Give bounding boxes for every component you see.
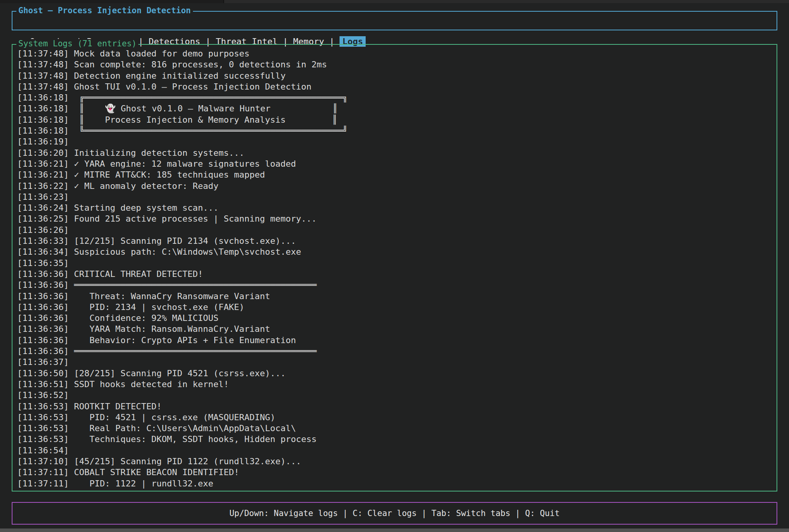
log-line[interactable]: [11:36:36] CRITICAL THREAT DETECTED! xyxy=(17,269,777,280)
log-line[interactable]: [11:36:53] ROOTKIT DETECTED! xyxy=(17,401,777,412)
terminal-chrome-strip-segment xyxy=(0,0,224,3)
log-line[interactable]: [11:36:18] ║ Process Injection & Memory … xyxy=(17,115,777,125)
log-line[interactable]: [11:36:19] xyxy=(17,136,777,147)
window-bottom-edge xyxy=(0,528,789,532)
log-line[interactable]: [11:36:33] [12/215] Scanning PID 2134 (s… xyxy=(17,236,777,247)
log-line[interactable]: [11:36:24] Starting deep system scan... xyxy=(17,203,777,213)
log-line[interactable]: [11:36:36] ═════════════════════════════… xyxy=(17,280,777,291)
log-line[interactable]: [11:36:36] Threat: WannaCry Ransomware V… xyxy=(17,291,777,302)
log-line[interactable]: [11:36:54] xyxy=(17,445,777,456)
terminal-chrome-strip xyxy=(0,0,789,3)
log-line[interactable]: [11:36:21] ✓ MITRE ATT&CK: 185 technique… xyxy=(17,169,777,180)
log-line[interactable]: [11:36:36] Confidence: 92% MALICIOUS xyxy=(17,313,777,324)
log-line[interactable]: [11:36:25] Found 215 active processes | … xyxy=(17,213,777,224)
log-line[interactable]: [11:37:48] Scan complete: 816 processes,… xyxy=(17,59,777,70)
log-line[interactable]: [11:36:22] ✓ ML anomaly detector: Ready xyxy=(17,181,777,192)
log-line[interactable]: [11:36:36] ═════════════════════════════… xyxy=(17,346,777,357)
log-line[interactable]: [11:37:11] COBALT STRIKE BEACON IDENTIFI… xyxy=(17,467,777,478)
log-line[interactable]: [11:36:35] xyxy=(17,258,777,269)
main-window-panel: Ghost — Process Injection Detection Over… xyxy=(12,11,777,30)
log-line[interactable]: [11:36:36] YARA Match: Ransom.WannaCry.V… xyxy=(17,324,777,335)
log-line[interactable]: [11:36:36] PID: 2134 | svchost.exe (FAKE… xyxy=(17,302,777,313)
log-line[interactable]: [11:36:26] xyxy=(17,225,777,236)
log-line[interactable]: [11:36:51] SSDT hooks detected in kernel… xyxy=(17,379,777,390)
log-line[interactable]: [11:36:37] xyxy=(17,357,777,368)
log-line[interactable]: [11:37:11] PID: 1122 | rundll32.exe xyxy=(17,478,777,489)
log-line[interactable]: [11:37:48] Detection engine initialized … xyxy=(17,70,777,81)
log-line[interactable]: [11:36:18] ╔════════════════════════════… xyxy=(17,92,777,103)
log-line[interactable]: [11:37:48] Ghost TUI v0.1.0 — Process In… xyxy=(17,81,777,92)
log-line[interactable]: [11:36:53] Real Path: C:\Users\Admin\App… xyxy=(17,423,777,434)
log-line[interactable]: [11:36:18] ╚════════════════════════════… xyxy=(17,125,777,136)
log-line[interactable]: [11:37:10] [45/215] Scanning PID 1122 (r… xyxy=(17,456,777,467)
log-line[interactable]: [11:36:52] xyxy=(17,390,777,401)
system-logs-panel: System Logs (71 entries) [11:37:48] Mock… xyxy=(12,44,777,491)
log-line[interactable]: [11:36:18] ║ 👻 Ghost v0.1.0 — Malware Hu… xyxy=(17,103,777,114)
log-line[interactable]: [11:36:50] [28/215] Scanning PID 4521 (c… xyxy=(17,368,777,379)
log-line[interactable]: [11:36:21] ✓ YARA engine: 12 malware sig… xyxy=(17,159,777,169)
log-list[interactable]: [11:37:48] Mock data loaded for demo pur… xyxy=(12,45,777,491)
log-line[interactable]: [11:36:20] Initializing detection system… xyxy=(17,148,777,159)
keybinding-help-text: Up/Down: Navigate logs | C: Clear logs |… xyxy=(12,503,777,524)
log-line[interactable]: [11:36:23] xyxy=(17,192,777,203)
log-line[interactable]: [11:37:48] Mock data loaded for demo pur… xyxy=(17,48,777,59)
status-bar: Up/Down: Navigate logs | C: Clear logs |… xyxy=(12,502,777,525)
log-line[interactable]: [11:36:53] PID: 4521 | csrss.exe (MASQUE… xyxy=(17,412,777,423)
log-line[interactable]: [11:36:36] Behavior: Crypto APIs + File … xyxy=(17,335,777,346)
log-line[interactable]: [11:36:34] Suspicious path: C:\Windows\T… xyxy=(17,247,777,257)
log-line[interactable]: [11:36:53] Techniques: DKOM, SSDT hooks,… xyxy=(17,434,777,445)
